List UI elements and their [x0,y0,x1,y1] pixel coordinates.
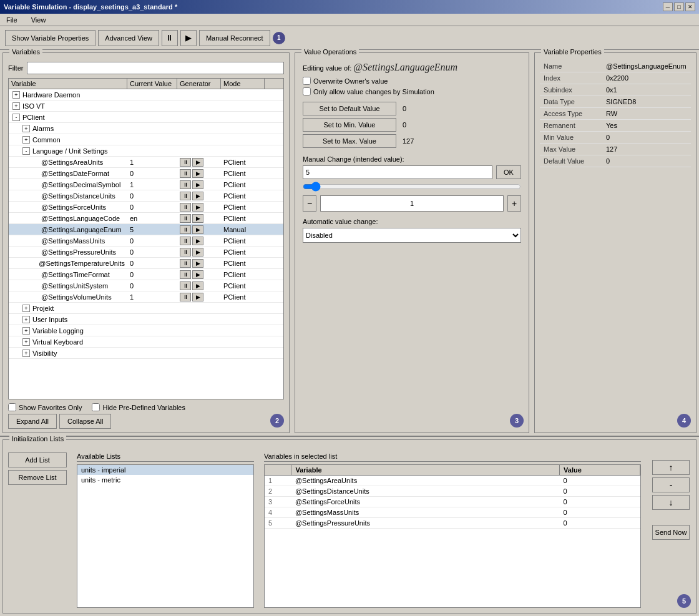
pause-button[interactable]: ⏸ [162,30,178,46]
gen-play-button[interactable]: ▶ [192,203,203,212]
available-list-item[interactable]: units - metric [77,475,253,485]
menu-file[interactable]: File [2,15,21,25]
gen-play-button[interactable]: ▶ [192,225,203,234]
advanced-view-button[interactable]: Advanced View [98,30,159,46]
gen-play-button[interactable]: ▶ [192,169,203,178]
gen-pause-button[interactable]: ⏸ [180,281,191,290]
show-favorites-checkbox[interactable] [8,403,16,411]
tree-row[interactable]: @SettingsLanguageCodeen⏸▶PClient [9,213,283,224]
menu-view[interactable]: View [27,15,50,25]
gen-pause-button[interactable]: ⏸ [180,270,191,279]
tree-row[interactable]: @SettingsDecimalSymbol1⏸▶PClient [9,179,283,190]
gen-pause-button[interactable]: ⏸ [180,293,191,301]
value-slider[interactable] [303,182,521,192]
add-list-button[interactable]: Add List [8,452,67,467]
tree-row[interactable]: -Language / Unit Settings [9,145,283,157]
set-max-button[interactable]: Set to Max. Value [303,134,396,148]
overwrite-checkbox[interactable] [303,77,311,85]
gen-play-button[interactable]: ▶ [192,281,203,290]
auto-change-dropdown[interactable]: Disabled Increment Decrement Random [303,228,521,243]
maximize-button[interactable]: □ [674,2,684,11]
tree-row[interactable]: +Hardware Daemon [9,89,283,100]
collapse-all-button[interactable]: Collapse All [59,414,111,429]
vars-table-container[interactable]: Variable Value 1@SettingsAreaUnits02@Set… [264,464,641,608]
manual-reconnect-button[interactable]: Manual Reconnect [199,30,270,46]
expand-icon[interactable]: - [12,114,20,121]
set-default-button[interactable]: Set to Default Value [303,102,396,115]
tree-row[interactable]: +Variable Logging [9,325,283,336]
filter-input[interactable] [27,62,284,74]
gen-play-button[interactable]: ▶ [192,248,203,257]
tree-row[interactable]: @SettingsLanguageEnum5⏸▶Manual [9,224,283,235]
tree-row[interactable]: @SettingsUnitSystem0⏸▶PClient [9,280,283,291]
show-var-props-button[interactable]: Show Variable Properties [5,30,95,46]
gen-play-button[interactable]: ▶ [192,214,203,223]
gen-pause-button[interactable]: ⏸ [180,237,191,245]
gen-pause-button[interactable]: ⏸ [180,225,191,234]
tree-row[interactable]: @SettingsDateFormat0⏸▶PClient [9,168,283,179]
gen-pause-button[interactable]: ⏸ [180,158,191,167]
gen-pause-button[interactable]: ⏸ [180,203,191,212]
expand-icon[interactable]: + [22,350,30,357]
tree-row[interactable]: +Projekt [9,303,283,314]
gen-pause-button[interactable]: ⏸ [180,259,191,268]
tree-row[interactable]: @SettingsDistanceUnits0⏸▶PClient [9,190,283,202]
gen-pause-button[interactable]: ⏸ [180,214,191,223]
tree-table[interactable]: Variable Current Value Generator Mode +H… [8,78,284,399]
minimize-button[interactable]: ─ [663,2,673,11]
stepper-input[interactable] [320,195,504,212]
stepper-plus-button[interactable]: + [507,195,521,212]
tree-row[interactable]: @SettingsPressureUnits0⏸▶PClient [9,247,283,258]
tree-row[interactable]: @SettingsTemperatureUnits0⏸▶PClient [9,258,283,269]
expand-icon[interactable]: + [22,136,30,144]
available-list-box[interactable]: units - imperialunits - metric [77,464,254,608]
gen-play-button[interactable]: ▶ [192,270,203,279]
expand-icon[interactable]: + [22,327,30,335]
gen-pause-button[interactable]: ⏸ [180,169,191,178]
vars-table-row[interactable]: 4@SettingsMassUnits0 [265,507,640,518]
tree-row[interactable]: +Common [9,134,283,145]
tree-row[interactable]: +User Inputs [9,314,283,325]
set-min-button[interactable]: Set to Min. Value [303,118,396,132]
only-allow-checkbox[interactable] [303,87,311,95]
move-up-button[interactable]: ↑ [652,460,690,475]
tree-row[interactable]: @SettingsVolumeUnits1⏸▶PClient [9,291,283,303]
tree-row[interactable]: @SettingsTimeFormat0⏸▶PClient [9,269,283,280]
move-remove-button[interactable]: - [652,477,690,492]
close-button[interactable]: ✕ [685,2,695,11]
hide-predefined-checkbox[interactable] [92,403,100,411]
stepper-minus-button[interactable]: − [303,195,316,212]
vars-table-row[interactable]: 5@SettingsPressureUnits0 [265,518,640,529]
play-button[interactable]: ▶ [180,30,197,46]
remove-list-button[interactable]: Remove List [8,470,67,485]
vars-table-row[interactable]: 2@SettingsDistanceUnits0 [265,486,640,497]
expand-icon[interactable]: + [12,91,20,99]
tree-row[interactable]: +Alarms [9,123,283,134]
tree-row[interactable]: @SettingsAreaUnits1⏸▶PClient [9,157,283,168]
expand-all-button[interactable]: Expand All [8,414,57,429]
expand-icon[interactable]: + [22,305,30,312]
gen-play-button[interactable]: ▶ [192,259,203,268]
expand-icon[interactable]: + [12,102,20,110]
expand-icon[interactable]: + [22,316,30,323]
move-down-button[interactable]: ↓ [652,495,690,510]
available-list-item[interactable]: units - imperial [77,465,253,475]
expand-icon[interactable]: + [22,338,30,346]
gen-play-button[interactable]: ▶ [192,180,203,189]
tree-row[interactable]: +ISO VT [9,100,283,112]
expand-icon[interactable]: + [22,125,30,132]
manual-input[interactable] [303,165,492,179]
gen-pause-button[interactable]: ⏸ [180,192,191,200]
tree-row[interactable]: @SettingsMassUnits0⏸▶PClient [9,235,283,247]
gen-play-button[interactable]: ▶ [192,237,203,245]
gen-play-button[interactable]: ▶ [192,158,203,167]
gen-pause-button[interactable]: ⏸ [180,180,191,189]
gen-pause-button[interactable]: ⏸ [180,248,191,257]
ok-button[interactable]: OK [496,165,521,179]
tree-row[interactable]: +Visibility [9,348,283,359]
gen-play-button[interactable]: ▶ [192,192,203,200]
gen-play-button[interactable]: ▶ [192,293,203,301]
tree-row[interactable]: +Virtual Keyboard [9,336,283,348]
tree-row[interactable]: -PClient [9,112,283,123]
vars-table-row[interactable]: 3@SettingsForceUnits0 [265,497,640,507]
